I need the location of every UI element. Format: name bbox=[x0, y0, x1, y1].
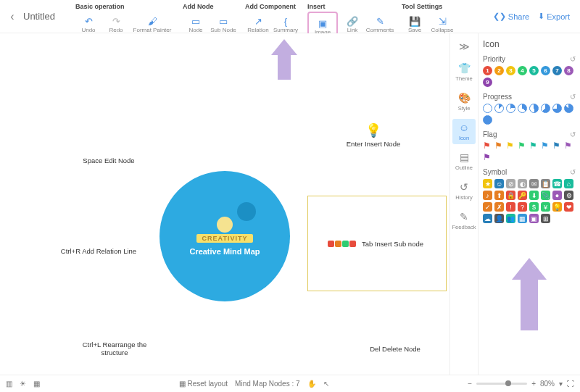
priority-1[interactable]: 1 bbox=[483, 66, 492, 75]
tab-icon[interactable]: ☺Icon bbox=[452, 119, 476, 144]
symbol-6[interactable]: ☎ bbox=[552, 179, 562, 188]
symbol-13[interactable]: 📎 bbox=[541, 191, 550, 200]
progress-5[interactable] bbox=[541, 104, 550, 113]
pointer-tool-icon[interactable]: ↖ bbox=[323, 380, 329, 388]
symbol-9[interactable]: ⬆ bbox=[494, 191, 504, 200]
tab-theme[interactable]: 👕Theme bbox=[452, 59, 476, 85]
symbol-18[interactable]: ! bbox=[506, 202, 515, 212]
symbol-17[interactable]: ✗ bbox=[494, 202, 504, 212]
symbol-10[interactable]: 🔒 bbox=[506, 191, 515, 200]
progress-4[interactable] bbox=[529, 104, 539, 113]
priority-8[interactable]: 8 bbox=[564, 66, 573, 75]
collapse-button[interactable]: ⇲Collapse bbox=[429, 12, 455, 33]
tab-feedback[interactable]: ✎Feedback bbox=[452, 208, 476, 233]
reset-icon[interactable]: ↺ bbox=[570, 130, 576, 138]
center-node[interactable]: CREATIVITY Creative Mind Map bbox=[160, 171, 290, 301]
flag-5[interactable]: ⚑ bbox=[541, 141, 550, 151]
node-n3[interactable]: Ctrl+L Rearrange the structure bbox=[35, 301, 194, 375]
redo-button[interactable]: ↷Redo bbox=[103, 12, 129, 33]
link-button[interactable]: 🔗Link bbox=[339, 12, 365, 33]
flag-6[interactable]: ⚑ bbox=[552, 141, 562, 151]
symbol-25[interactable]: 👤 bbox=[494, 214, 504, 223]
symbol-26[interactable]: 👥 bbox=[506, 214, 515, 223]
symbol-5[interactable]: 📋 bbox=[541, 179, 550, 188]
progress-7[interactable] bbox=[564, 104, 573, 113]
symbol-24[interactable]: ☁ bbox=[483, 214, 492, 223]
save-button[interactable]: 💾Save bbox=[402, 12, 428, 33]
symbol-4[interactable]: ✉ bbox=[529, 179, 539, 188]
mindmap-canvas[interactable]: CREATIVITY Creative Mind Map Space Edit … bbox=[0, 33, 450, 375]
symbol-21[interactable]: ¥ bbox=[541, 202, 550, 212]
image-button[interactable]: ▣Image bbox=[310, 14, 336, 36]
symbol-23[interactable]: ❤ bbox=[564, 202, 573, 212]
priority-9[interactable]: 9 bbox=[483, 78, 492, 87]
priority-7[interactable]: 7 bbox=[552, 66, 562, 75]
summary-button[interactable]: {Summary bbox=[273, 12, 299, 33]
reset-icon[interactable]: ↺ bbox=[570, 168, 576, 176]
zoom-out-icon[interactable]: − bbox=[468, 380, 472, 388]
undo-button[interactable]: ↶Undo bbox=[75, 12, 102, 33]
symbol-7[interactable]: ⌂ bbox=[564, 179, 573, 188]
symbol-19[interactable]: ? bbox=[518, 202, 527, 212]
share-button[interactable]: ❮❯Share bbox=[493, 12, 529, 21]
reset-layout-button[interactable]: ▦ Reset layout bbox=[179, 380, 228, 388]
symbol-3[interactable]: ◐ bbox=[518, 179, 527, 188]
symbol-0[interactable]: ★ bbox=[483, 179, 492, 188]
flag-8[interactable]: ⚑ bbox=[483, 153, 492, 162]
fullscreen-icon[interactable]: ⛶ bbox=[567, 380, 574, 388]
symbol-28[interactable]: ▣ bbox=[529, 214, 539, 223]
back-button[interactable]: ‹ bbox=[4, 0, 20, 33]
flag-7[interactable]: ⚑ bbox=[564, 141, 573, 151]
hand-tool-icon[interactable]: ✋ bbox=[307, 380, 316, 388]
priority-4[interactable]: 4 bbox=[518, 66, 527, 75]
flag-2[interactable]: ⚑ bbox=[506, 141, 515, 151]
sub-node-button[interactable]: ▭Sub Node bbox=[210, 12, 236, 33]
node-n2[interactable]: Ctrl+R Add Relation Line bbox=[26, 207, 171, 294]
tab-outline[interactable]: ▤Outline bbox=[452, 149, 476, 174]
brightness-icon[interactable]: ☀ bbox=[20, 380, 26, 388]
progress-1[interactable] bbox=[494, 104, 504, 113]
progress-2[interactable] bbox=[506, 104, 515, 113]
progress-8[interactable] bbox=[483, 115, 492, 125]
doc-title[interactable]: Untitled bbox=[20, 0, 71, 33]
node-n1[interactable]: Space Edit Node bbox=[51, 120, 167, 200]
symbol-11[interactable]: 🔑 bbox=[518, 191, 527, 200]
export-button[interactable]: ⬇Export bbox=[538, 12, 570, 21]
symbol-8[interactable]: ♪ bbox=[483, 191, 492, 200]
symbol-29[interactable]: ⊞ bbox=[541, 214, 550, 223]
symbol-16[interactable]: ✓ bbox=[483, 202, 492, 212]
tab-style[interactable]: 🎨Style bbox=[452, 89, 476, 114]
symbol-1[interactable]: ☺ bbox=[494, 179, 504, 188]
priority-6[interactable]: 6 bbox=[541, 66, 550, 75]
zoom-in-icon[interactable]: + bbox=[531, 380, 536, 388]
format-painter-button[interactable]: 🖌Format Painter bbox=[130, 12, 174, 33]
grid-icon[interactable]: ▦ bbox=[33, 380, 40, 388]
reset-icon[interactable]: ↺ bbox=[570, 55, 576, 63]
node-button[interactable]: ▭Node bbox=[183, 12, 209, 33]
zoom-control[interactable]: − + 80% ▾ ⛶ bbox=[468, 380, 574, 388]
symbol-15[interactable]: ⚙ bbox=[564, 191, 573, 200]
symbol-2[interactable]: ⊘ bbox=[506, 179, 515, 188]
progress-6[interactable] bbox=[552, 104, 562, 113]
priority-5[interactable]: 5 bbox=[529, 66, 539, 75]
flag-0[interactable]: ⚑ bbox=[483, 141, 492, 151]
flag-1[interactable]: ⚑ bbox=[494, 141, 504, 151]
symbol-12[interactable]: ⬇ bbox=[529, 191, 539, 200]
node-n6[interactable]: Del Delete Node bbox=[334, 305, 450, 375]
tab-expand[interactable]: ≫ bbox=[452, 38, 476, 55]
priority-2[interactable]: 2 bbox=[494, 66, 504, 75]
symbol-27[interactable]: ▦ bbox=[518, 214, 527, 223]
flag-3[interactable]: ⚑ bbox=[518, 141, 527, 151]
symbol-20[interactable]: $ bbox=[529, 202, 539, 212]
priority-3[interactable]: 3 bbox=[506, 66, 515, 75]
node-n4[interactable]: 💡Enter Insert Node bbox=[304, 88, 442, 182]
layers-icon[interactable]: ▥ bbox=[6, 380, 12, 388]
comments-button[interactable]: ✎Comments bbox=[367, 12, 393, 33]
flag-4[interactable]: ⚑ bbox=[529, 141, 539, 151]
progress-0[interactable] bbox=[483, 104, 492, 113]
relation-button[interactable]: ↗Relation bbox=[245, 12, 271, 33]
symbol-22[interactable]: 💡 bbox=[552, 202, 562, 212]
symbol-14[interactable]: ● bbox=[552, 191, 562, 200]
tab-history[interactable]: ↺History bbox=[452, 178, 476, 204]
progress-3[interactable] bbox=[518, 104, 527, 113]
